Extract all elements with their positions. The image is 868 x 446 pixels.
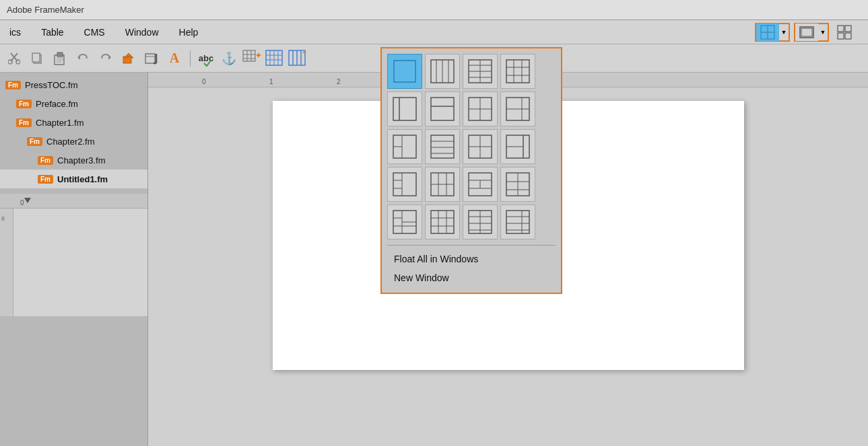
- svg-rect-6: [845, 26, 851, 32]
- svg-rect-8: [845, 33, 851, 39]
- layout-3pane[interactable]: [463, 91, 498, 126]
- svg-rect-5: [838, 26, 844, 32]
- file-tab-chapter3[interactable]: Fm Chapter3.fm: [0, 151, 147, 170]
- svg-rect-84: [393, 173, 416, 196]
- layout-4pane[interactable]: [500, 91, 535, 126]
- layout-left-wide[interactable]: [387, 129, 422, 164]
- menu-cms[interactable]: CMS: [80, 24, 109, 40]
- layout-mixed-2[interactable]: [425, 167, 460, 202]
- svg-rect-105: [431, 211, 454, 233]
- fm-badge: Fm: [16, 118, 32, 127]
- undo-button[interactable]: [73, 49, 93, 68]
- layout-main-icon[interactable]: [756, 24, 779, 41]
- unknown-button[interactable]: [141, 49, 162, 68]
- layout-single-pane[interactable]: [387, 54, 422, 89]
- fm-badge: Fm: [16, 100, 32, 108]
- vertical-ruler: 6: [0, 209, 13, 316]
- svg-point-12: [16, 60, 20, 64]
- menu-ics[interactable]: ics: [5, 24, 25, 40]
- file-sidebar: Fm PressTOC.fm Fm Preface.fm Fm Chapter1…: [0, 73, 148, 446]
- file-tab-chapter1[interactable]: Fm Chapter1.fm: [0, 113, 147, 132]
- fm-badge: Fm: [38, 156, 53, 165]
- redo-button[interactable]: [96, 49, 116, 68]
- layout-complex-4[interactable]: [500, 205, 535, 239]
- layout-top-bottom[interactable]: [425, 91, 460, 126]
- layout-complex-3[interactable]: [463, 205, 498, 239]
- layout-left-sidebar[interactable]: [387, 91, 422, 126]
- menu-window[interactable]: Window: [121, 24, 163, 40]
- title-bar: Adobe FrameMaker: [0, 0, 868, 20]
- horizontal-ruler: 0: [0, 194, 147, 209]
- anchor-button[interactable]: ⚓: [219, 49, 239, 68]
- file-tab-preface[interactable]: Fm Preface.fm: [0, 94, 147, 113]
- fm-badge: Fm: [38, 175, 53, 184]
- layout-mixed-1[interactable]: [387, 167, 422, 202]
- fm-badge: Fm: [27, 137, 42, 146]
- layout-grid-section: [387, 54, 556, 239]
- layout-mixed-3[interactable]: [463, 167, 498, 202]
- svg-rect-46: [394, 61, 415, 82]
- layout-secondary-button[interactable]: ▼: [794, 23, 829, 42]
- svg-rect-63: [431, 98, 454, 120]
- table-columns-button[interactable]: [288, 49, 308, 68]
- layout-4col[interactable]: [425, 54, 460, 89]
- file-tab-chapter2[interactable]: Fm Chapter2.fm: [0, 132, 147, 151]
- layout-complex-1[interactable]: [387, 205, 422, 239]
- layout-dropdown-button[interactable]: ▼: [755, 23, 790, 42]
- float-all-windows-item[interactable]: Float All in Windows: [387, 250, 556, 268]
- layout-2x2[interactable]: [463, 54, 498, 89]
- title-text: Adobe FrameMaker: [7, 5, 84, 15]
- svg-rect-56: [506, 60, 529, 83]
- layout-mixed-4[interactable]: [500, 167, 535, 202]
- insert-table-button[interactable]: [242, 49, 262, 68]
- text-format-button[interactable]: A: [164, 49, 185, 68]
- spelling-button[interactable]: abc: [196, 49, 216, 68]
- svg-rect-14: [32, 53, 40, 62]
- svg-rect-16: [57, 52, 63, 57]
- layout-rows[interactable]: [425, 129, 460, 164]
- svg-rect-61: [393, 98, 416, 120]
- fm-badge: Fm: [5, 81, 21, 89]
- layout-right-sidebar[interactable]: [500, 129, 535, 164]
- layout-third-button[interactable]: [833, 23, 856, 42]
- layout-dropdown-arrow[interactable]: ▼: [779, 24, 789, 41]
- svg-rect-28: [243, 50, 255, 61]
- cut-button[interactable]: [4, 49, 24, 68]
- copy-button[interactable]: [27, 49, 47, 68]
- layout-checkerboard[interactable]: [463, 129, 498, 164]
- menu-help[interactable]: Help: [175, 24, 203, 40]
- move-button[interactable]: [119, 49, 139, 68]
- menu-table[interactable]: Table: [37, 24, 67, 40]
- side-ruler-area: 6: [0, 209, 147, 316]
- file-tab-presstoc[interactable]: Fm PressTOC.fm: [0, 75, 147, 94]
- svg-rect-74: [431, 135, 454, 158]
- svg-rect-7: [838, 33, 844, 39]
- svg-point-11: [8, 60, 12, 64]
- file-tab-untitled1[interactable]: Fm Untitled1.fm: [0, 170, 147, 188]
- dropdown-separator: [387, 245, 556, 246]
- svg-rect-24: [145, 54, 155, 63]
- layout-complex-2[interactable]: [425, 205, 460, 239]
- paste-button[interactable]: [50, 49, 70, 68]
- toolbar-separator-1: [190, 50, 191, 67]
- layout-3x3[interactable]: [500, 54, 535, 89]
- svg-rect-4: [801, 28, 812, 36]
- layout-dropdown-popup: Float All in Windows New Window: [380, 47, 562, 294]
- table-grid-button[interactable]: [265, 49, 285, 68]
- new-window-item[interactable]: New Window: [387, 268, 556, 287]
- menu-bar: ics Table CMS Window Help ▼: [0, 20, 868, 44]
